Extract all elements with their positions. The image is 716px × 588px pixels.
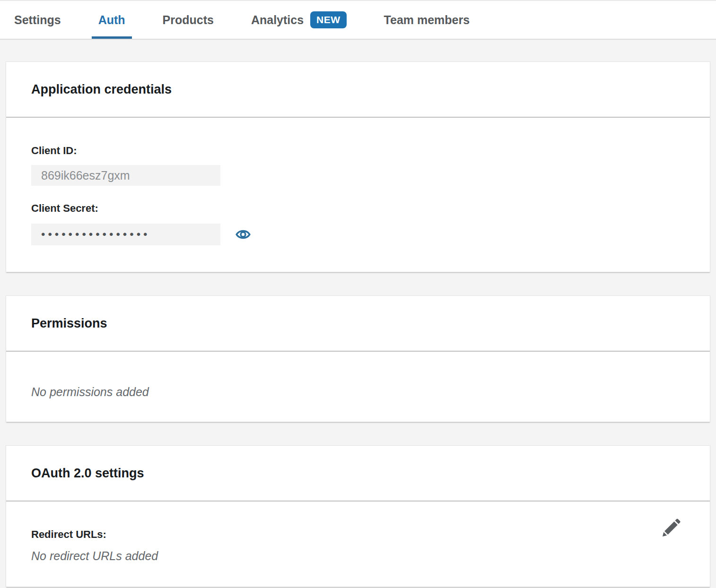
tab-auth[interactable]: Auth [92,1,132,39]
tab-analytics-label: Analytics [251,13,304,27]
tab-settings-label: Settings [14,13,61,27]
oauth-settings-header: OAuth 2.0 settings [6,446,710,502]
tab-bar: Settings Auth Products Analytics NEW Tea… [0,0,716,40]
oauth-settings-card: OAuth 2.0 settings Redirect URLs: No red… [6,445,710,587]
application-credentials-card: Application credentials Client ID: Clien… [6,61,710,272]
permissions-body: No permissions added [6,352,710,422]
oauth-settings-title: OAuth 2.0 settings [31,466,685,481]
tab-team-members-label: Team members [384,13,470,27]
permissions-title: Permissions [31,316,685,331]
main-content: Application credentials Client ID: Clien… [0,61,716,587]
redirect-urls-label: Redirect URLs: [31,528,685,541]
eye-icon [236,227,251,242]
application-credentials-title: Application credentials [31,82,685,97]
permissions-card: Permissions No permissions added [6,295,710,422]
application-credentials-header: Application credentials [6,62,710,118]
client-id-label: Client ID: [31,144,685,157]
edit-redirect-urls-button[interactable] [661,517,682,538]
tab-products[interactable]: Products [156,1,220,39]
oauth-settings-body: Redirect URLs: No redirect URLs added [6,502,710,587]
client-secret-label: Client Secret: [31,202,685,215]
tab-analytics[interactable]: Analytics NEW [244,1,353,39]
client-id-field[interactable] [31,165,220,186]
tab-auth-label: Auth [98,13,125,27]
client-secret-row [31,224,685,245]
tab-products-label: Products [163,13,214,27]
permissions-header: Permissions [6,296,710,352]
tab-team-members[interactable]: Team members [377,1,477,39]
client-secret-field[interactable] [31,224,220,245]
pencil-icon [661,517,682,538]
permissions-empty-text: No permissions added [31,385,685,399]
redirect-urls-empty-text: No redirect URLs added [31,549,685,563]
new-badge: NEW [310,11,347,28]
application-credentials-body: Client ID: Client Secret: [6,118,710,272]
tab-settings[interactable]: Settings [8,1,68,39]
reveal-secret-button[interactable] [236,227,251,242]
